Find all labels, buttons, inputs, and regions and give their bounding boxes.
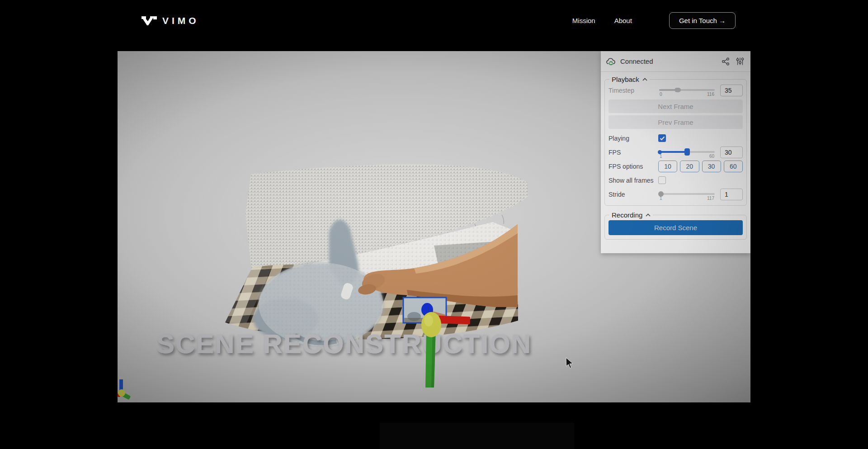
fps-min: 1 bbox=[660, 154, 662, 159]
fps-option-20[interactable]: 20 bbox=[680, 161, 699, 172]
fps-row: FPS 1 60 bbox=[609, 145, 743, 159]
timestep-slider[interactable]: 0 116 bbox=[658, 85, 717, 96]
prev-frame-button[interactable]: Prev Frame bbox=[609, 115, 743, 129]
show-all-frames-checkbox[interactable] bbox=[658, 176, 666, 184]
stride-row: Stride 1 117 bbox=[609, 187, 743, 201]
playing-row: Playing bbox=[609, 131, 743, 145]
main-nav: Mission About Get in Touch → bbox=[572, 12, 736, 29]
fps-options-group: 10 20 30 60 bbox=[658, 161, 743, 172]
recording-title: Recording bbox=[612, 211, 642, 219]
scene-viewport[interactable]: SCENE RECONSTRUCTION bbox=[118, 51, 750, 402]
show-all-frames-row: Show all frames bbox=[609, 173, 743, 187]
viewer-control-panel: Connected bbox=[601, 51, 750, 253]
stride-label: Stride bbox=[609, 191, 655, 198]
fps-label: FPS bbox=[609, 149, 655, 156]
timestep-row: Timestep 0 116 bbox=[609, 83, 743, 97]
playback-title: Playback bbox=[612, 76, 639, 83]
timestep-input[interactable] bbox=[720, 85, 743, 96]
playback-section-header[interactable]: Playback bbox=[609, 76, 650, 83]
panel-body: Playback Timestep 0 116 bbox=[601, 72, 750, 240]
playing-label: Playing bbox=[609, 135, 655, 142]
filter-sliders-icon[interactable] bbox=[735, 57, 745, 66]
show-all-frames-label: Show all frames bbox=[609, 177, 655, 184]
cloud-sync-icon bbox=[606, 58, 616, 65]
below-fold-shadow bbox=[380, 423, 574, 449]
record-scene-button[interactable]: Record Scene bbox=[609, 220, 743, 235]
chevron-up-icon bbox=[642, 78, 647, 81]
fps-input[interactable] bbox=[720, 147, 743, 158]
timestep-min: 0 bbox=[660, 92, 662, 97]
get-in-touch-button[interactable]: Get in Touch → bbox=[669, 12, 736, 29]
fps-options-row: FPS options 10 20 30 60 bbox=[609, 159, 743, 173]
vimo-logo-icon bbox=[141, 14, 157, 27]
next-frame-button[interactable]: Next Frame bbox=[609, 99, 743, 113]
playback-section: Playback Timestep 0 116 bbox=[604, 76, 747, 206]
panel-header: Connected bbox=[601, 51, 750, 72]
timestep-label: Timestep bbox=[609, 87, 655, 94]
logo: VIMO bbox=[141, 14, 199, 27]
recording-section: Recording Record Scene bbox=[604, 211, 747, 240]
fps-option-30[interactable]: 30 bbox=[702, 161, 721, 172]
playing-checkbox[interactable] bbox=[658, 134, 666, 142]
nav-mission[interactable]: Mission bbox=[572, 17, 595, 24]
fps-slider[interactable]: 1 60 bbox=[658, 147, 717, 158]
axis-triad-gizmo[interactable] bbox=[118, 379, 131, 400]
chevron-up-icon bbox=[646, 213, 651, 217]
scene-watermark: SCENE RECONSTRUCTION bbox=[156, 329, 532, 359]
fps-options-label: FPS options bbox=[609, 163, 655, 170]
timestep-max: 116 bbox=[707, 92, 714, 97]
connection-status: Connected bbox=[620, 57, 653, 65]
nav-about[interactable]: About bbox=[614, 17, 632, 24]
site-header: VIMO Mission About Get in Touch → bbox=[0, 0, 868, 41]
check-icon bbox=[660, 136, 665, 141]
gizmo-red-handle[interactable] bbox=[439, 316, 471, 324]
fps-option-60[interactable]: 60 bbox=[724, 161, 743, 172]
share-icon[interactable] bbox=[721, 57, 731, 66]
stride-min: 1 bbox=[660, 196, 662, 201]
stride-input[interactable] bbox=[720, 189, 743, 200]
stride-max: 117 bbox=[707, 196, 714, 201]
recording-section-header[interactable]: Recording bbox=[609, 211, 653, 219]
fps-max: 60 bbox=[709, 154, 714, 159]
fps-slider-thumb[interactable] bbox=[684, 148, 690, 156]
timestep-slider-thumb[interactable] bbox=[675, 88, 681, 92]
fps-option-10[interactable]: 10 bbox=[658, 161, 677, 172]
stride-slider[interactable]: 1 117 bbox=[658, 189, 717, 200]
logo-text: VIMO bbox=[162, 15, 199, 26]
